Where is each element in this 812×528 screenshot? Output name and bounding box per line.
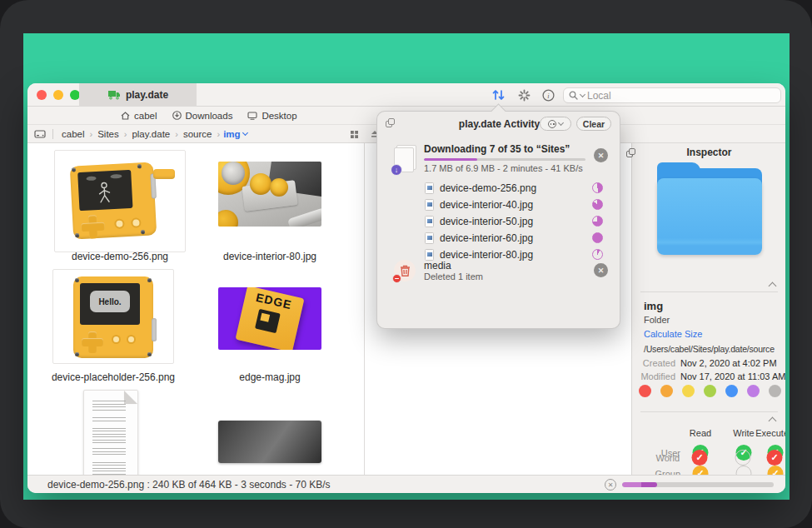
search-input[interactable]: Local [563,87,781,103]
file-name-label[interactable]: edge-mag.jpg [191,371,349,383]
label-dot-red[interactable] [639,385,651,397]
collapse-permissions-chevron-icon[interactable] [769,417,777,426]
favorite-downloads[interactable]: Downloads [172,111,233,121]
search-icon [569,91,578,100]
file-name-label[interactable]: device-placeholder-256.png [34,371,192,383]
sync-spinner-icon[interactable] [515,87,533,103]
image-file-icon [425,249,434,261]
file-thumbnail-device-demo[interactable] [54,150,186,252]
activity-file-row[interactable]: device-demo-256.png [377,180,621,197]
label-dot-orange[interactable] [660,385,673,397]
label-dot-yellow[interactable] [682,385,695,397]
file-name-label[interactable]: device-demo-256.png [41,251,199,262]
crumb-chevron: › [213,129,223,139]
desktop-icon [247,112,257,120]
download-circle-icon [172,111,182,120]
collapse-preview-chevron-icon[interactable] [769,282,777,291]
crumb-source[interactable]: source [182,129,214,139]
label-dot-green[interactable] [704,385,716,397]
created-row: Created Nov 2, 2020 at 4:02 PM [632,358,785,368]
truck-icon [107,91,121,100]
perm-world-execute[interactable]: ✓ [767,450,783,466]
file-thumbnail-edge-mag[interactable]: EDGE [218,287,321,350]
activity-popover: play.date Activity Clear ↓ Downloading 7… [376,111,620,329]
favorite-cabel[interactable]: cabel [121,111,157,121]
transmit-window: play.date i Local cabel [27,83,785,493]
screen-frame: play.date i Local cabel [0,0,812,528]
perm-world-read[interactable]: ✓ [692,450,708,466]
label-dot-gray[interactable] [769,385,781,397]
perm-world-write[interactable] [735,450,751,466]
status-progress-bar [622,482,774,487]
favorite-label: cabel [134,111,157,121]
transfer-title: Downloading 7 of 35 to “Sites” [424,143,570,155]
file-progress-pie [592,232,603,243]
search-scope-chevron-icon [580,92,585,97]
deleted-item-detail: Deleted 1 item [424,271,483,281]
activity-file-row[interactable]: device-interior-50.jpg [377,213,621,230]
image-file-icon [425,182,434,194]
perm-world-row: World ✓ ✓ [631,450,785,471]
inspector-path: /Users/cabel/Sites/play.date/source [644,344,775,354]
calculate-size-link[interactable]: Calculate Size [644,329,702,339]
close-window-button[interactable] [37,90,47,100]
server-disk-icon [34,129,46,139]
transfer-detail: 1.7 MB of 6.9 MB - 2 minutes - 41 KB/s [424,163,583,173]
perm-header-execute: Execute [755,428,785,438]
activity-file-name: device-demo-256.png [440,182,536,194]
inspector-panel: Inspector img Folder Calculate Size /Use… [631,143,785,475]
file-name-label[interactable]: device-interior-80.jpg [191,251,349,262]
info-button[interactable]: i [539,87,557,103]
download-document-icon: ↓ [394,145,416,172]
favorite-desktop[interactable]: Desktop [247,111,296,121]
activity-file-name: device-interior-80.jpg [440,249,533,261]
file-progress-pie [592,249,603,260]
crumb-current-img[interactable]: img [223,129,247,139]
view-grid-icon[interactable] [351,131,358,138]
file-thumbnail-gradient[interactable] [218,421,321,463]
file-progress-pie [592,199,603,210]
created-label: Created [632,358,680,368]
activity-file-name: device-interior-60.jpg [440,232,533,244]
inspector-file-name: img [644,300,663,312]
image-file-icon [425,232,434,244]
tab-playdate[interactable]: play.date [79,83,197,107]
transfer-progress-bar [424,158,585,161]
activity-toggle-button[interactable] [489,87,507,103]
file-thumbnail-device-interior[interactable] [218,162,321,227]
svg-text:i: i [547,91,550,99]
detach-panel-icon[interactable] [626,148,635,157]
status-transfer-text: device-demo-256.png : 240 KB of 464 KB -… [47,479,331,491]
clear-button[interactable]: Clear [576,117,611,131]
image-file-icon [425,199,434,211]
file-thumbnail-device-placeholder[interactable]: Hello. [52,269,174,364]
crumb-playdate[interactable]: play.date [130,129,172,139]
ellipsis-circle-icon [548,120,556,128]
tab-title: play.date [126,89,168,101]
status-cancel-icon[interactable]: ✕ [605,479,616,491]
deleted-badge-icon [392,274,401,283]
modified-label: Modified [632,371,680,381]
download-badge-icon: ↓ [391,164,402,176]
current-folder-label: img [223,129,240,139]
magazine-title: EDGE [244,287,304,313]
crumb-sites[interactable]: Sites [96,129,121,139]
section-divider [640,291,778,292]
pane-divider[interactable] [364,143,365,475]
label-dot-purple[interactable] [747,385,760,397]
crumb-chevron: › [121,129,131,139]
activity-file-row[interactable]: device-interior-80.jpg [377,247,621,263]
status-bar: device-demo-256.png : 240 KB of 464 KB -… [27,475,785,493]
activity-file-row[interactable]: device-interior-40.jpg [377,197,621,213]
activity-filter-menu-button[interactable] [540,117,571,131]
cancel-transfer-button[interactable]: ✕ [594,148,608,162]
perm-header-write: Write [733,428,754,438]
inspector-title: Inspector [632,147,785,158]
crumb-cabel[interactable]: cabel [60,129,87,139]
file-progress-pie [592,182,603,193]
activity-file-row[interactable]: device-interior-60.jpg [377,230,621,247]
label-dot-blue[interactable] [725,385,738,397]
file-thumbnail-text-document[interactable] [83,390,138,475]
dismiss-deleted-button[interactable]: ✕ [594,263,608,277]
minimize-window-button[interactable] [53,90,63,100]
